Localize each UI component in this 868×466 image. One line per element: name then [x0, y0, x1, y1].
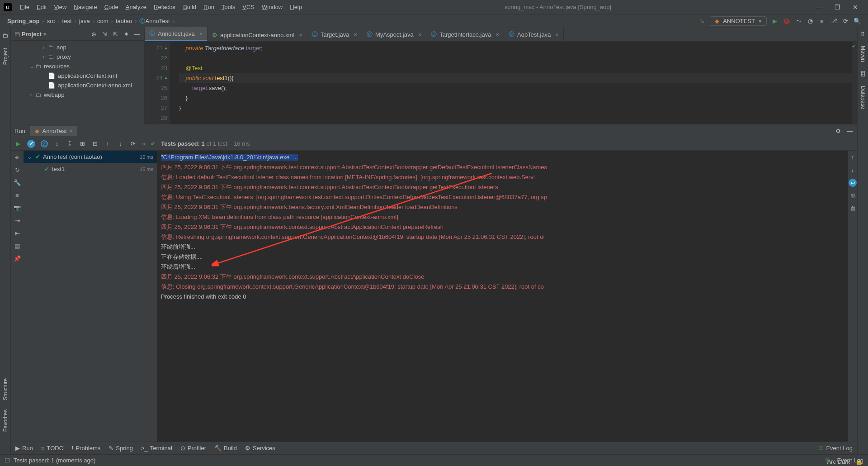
run-icon[interactable]: ▶ — [771, 18, 778, 25]
build-icon[interactable]: ↘ — [698, 18, 705, 25]
test-row[interactable]: ✔test116 ms — [24, 163, 157, 175]
menu-tools[interactable]: Tools — [218, 4, 239, 10]
editor-error-strip[interactable]: ✔ — [852, 42, 857, 124]
clear-icon[interactable]: 🗑 — [849, 205, 856, 212]
expand-all-icon[interactable]: ⊞ — [79, 140, 86, 147]
tree-item[interactable]: ⌄🗀resources — [11, 62, 144, 71]
stop2-icon[interactable]: ■ — [14, 191, 21, 199]
maven-tool-button[interactable]: m — [859, 32, 866, 37]
breadcrumb-item[interactable]: taotao — [116, 18, 132, 24]
folder-icon[interactable]: 🗀 — [2, 32, 9, 39]
toggle-pass-icon[interactable]: ✔ — [27, 140, 35, 148]
editor-tab[interactable]: ⒸTargetInterface.java× — [426, 28, 504, 41]
run-hide-icon[interactable]: — — [846, 127, 854, 134]
theme-label[interactable]: Arc Dark — [827, 458, 850, 465]
dump-icon[interactable]: 📷 — [14, 204, 21, 211]
run-tab[interactable]: ◆ AnnoTest × — [30, 126, 77, 136]
close-tab-icon[interactable]: × — [555, 31, 559, 38]
run-settings-icon[interactable]: ⚙ — [835, 127, 842, 134]
minimize-button[interactable]: — — [810, 4, 828, 11]
profile-icon[interactable]: ◔ — [807, 18, 814, 25]
softwrap-icon[interactable]: ↩ — [849, 179, 857, 187]
menu-refactor[interactable]: Refactor — [150, 4, 179, 10]
structure-tool-button[interactable]: Structure — [2, 378, 9, 400]
rerun-failed-icon[interactable]: ↻ — [14, 166, 21, 173]
bottom-tab-spring[interactable]: ✎Spring — [108, 445, 133, 452]
menu-build[interactable]: Build — [179, 4, 200, 10]
wrench-icon[interactable]: 🔧 — [14, 179, 21, 186]
expand-icon[interactable]: ⇲ — [101, 31, 108, 38]
git-icon[interactable]: ⎇ — [830, 18, 837, 25]
event-log-tab[interactable]: ①Event Log — [818, 445, 853, 452]
editor-tab[interactable]: ⒸMyAspect.java× — [362, 28, 426, 41]
attach-icon[interactable]: ⎆ — [14, 153, 21, 161]
search-icon[interactable]: 🔍 — [854, 18, 861, 25]
bottom-tab-services[interactable]: ⚙Services — [245, 445, 275, 452]
rerun-icon[interactable]: ▶ — [14, 140, 22, 147]
lock-icon[interactable]: 🔒 — [855, 458, 863, 465]
project-tool-button[interactable]: Project — [2, 48, 9, 65]
test-row[interactable]: ⌄✔AnnoTest (com.taotao)16 ms — [24, 151, 157, 163]
menu-run[interactable]: Run — [200, 4, 218, 10]
run-config-selector[interactable]: ◆ ANNOTEST ▾ — [710, 16, 767, 26]
favorites-tool-button[interactable]: Favorites — [2, 409, 9, 432]
close-tab-icon[interactable]: × — [299, 32, 302, 38]
breadcrumb-item[interactable]: test — [62, 18, 72, 24]
breadcrumb-item[interactable]: Spring_aop — [7, 18, 40, 24]
down-icon[interactable]: ↓ — [849, 166, 856, 173]
database-tool-button[interactable]: 🗄 — [860, 71, 866, 77]
bottom-tab-todo[interactable]: ≡TODO — [41, 445, 64, 452]
bottom-tab-problems[interactable]: !Problems — [72, 445, 101, 452]
update-icon[interactable]: ⟳ — [842, 18, 849, 25]
close-tab-icon[interactable]: × — [354, 31, 358, 38]
close-tab-icon[interactable]: × — [495, 31, 499, 38]
project-view-icon[interactable]: ▤ — [14, 31, 20, 38]
bottom-tab-run[interactable]: ▶Run — [15, 445, 33, 452]
close-tab-icon[interactable]: × — [418, 31, 422, 38]
editor-tab[interactable]: ⒸAnnoTest.java× — [145, 27, 208, 41]
console-output[interactable]: "C:\Program Files\Java\jdk1.8.0_201\bin\… — [157, 151, 848, 442]
next-icon[interactable]: ↓ — [117, 140, 124, 147]
hide-icon[interactable]: — — [133, 31, 141, 38]
test-history-icon[interactable]: ⟳ — [129, 140, 137, 147]
test-tree[interactable]: ⌄✔AnnoTest (com.taotao)16 ms✔test116 ms — [24, 151, 157, 442]
pin-icon[interactable]: 📌 — [14, 255, 21, 262]
bottom-tab-profiler[interactable]: ⊙Profiler — [180, 445, 206, 452]
editor-body[interactable]: private TargetInterface target; @Test pu… — [170, 42, 852, 124]
menu-analyze[interactable]: Analyze — [122, 4, 150, 10]
breadcrumb-item[interactable]: java — [79, 18, 90, 24]
maximize-button[interactable]: ❐ — [828, 4, 846, 11]
database-label[interactable]: Database — [860, 86, 866, 109]
menu-window[interactable]: Window — [258, 4, 286, 10]
editor-tab[interactable]: ⒸTarget.java× — [307, 28, 362, 41]
layout-icon[interactable]: ▤ — [14, 242, 21, 249]
editor-tab[interactable]: ⚙applicationContext-anno.xml× — [208, 29, 307, 41]
menu-navigate[interactable]: Navigate — [70, 4, 100, 10]
tree-item[interactable]: ›🗀webapp — [11, 90, 144, 100]
tree-item[interactable]: ›🗀aop — [11, 43, 144, 52]
menu-view[interactable]: View — [50, 4, 70, 10]
breadcrumb-item[interactable]: src — [47, 18, 55, 24]
breadcrumbs[interactable]: Spring_aop›src›test›java›com›taotao›Ⓒ An… — [7, 17, 177, 25]
tree-item[interactable]: 📄applicationContext-anno.xml — [11, 81, 144, 90]
toggle-ignore-icon[interactable]: ⊘ — [41, 140, 48, 147]
editor-tab[interactable]: ⒸAopTest.java× — [504, 28, 564, 41]
bottom-tab-terminal[interactable]: >_Terminal — [141, 445, 172, 452]
menu-vcs[interactable]: VCS — [239, 4, 258, 10]
coverage-icon[interactable]: ⤳ — [795, 18, 802, 25]
maven-label[interactable]: Maven — [860, 46, 866, 62]
tree-item[interactable]: ›🗀proxy — [11, 52, 144, 62]
tree-item[interactable]: 📄applicationContext.xml — [11, 71, 144, 81]
prev-icon[interactable]: ↑ — [104, 140, 111, 147]
close-tab-icon[interactable]: × — [199, 30, 203, 37]
project-tree[interactable]: ›🗀aop›🗀proxy⌄🗀resources📄applicationConte… — [11, 41, 144, 124]
collapse-all-icon[interactable]: ⊟ — [91, 140, 99, 147]
breadcrumb-item[interactable]: com — [97, 18, 108, 24]
breadcrumb-item[interactable]: AnnoTest — [145, 18, 170, 24]
sort-icon[interactable]: ↕ — [53, 140, 61, 147]
menu-code[interactable]: Code — [101, 4, 122, 10]
close-button[interactable]: ✕ — [846, 4, 864, 11]
editor-gutter[interactable]: 21●222324●25262728 — [145, 42, 170, 124]
locate-icon[interactable]: ⊕ — [90, 31, 97, 38]
up-icon[interactable]: ↑ — [849, 153, 856, 161]
